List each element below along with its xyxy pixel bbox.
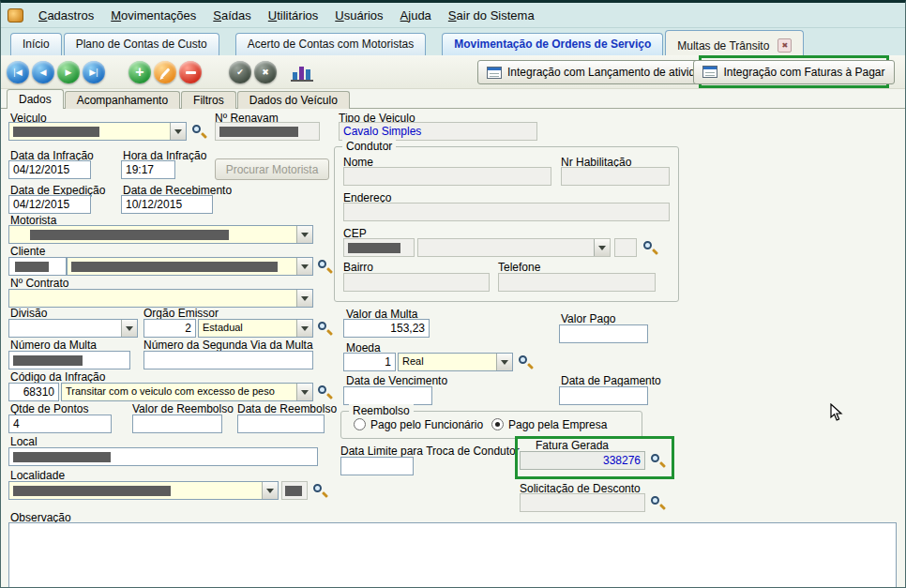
tab-movimentacao-de-ordens-de-servico[interactable]: Movimentação de Ordens de Serviço [442, 33, 663, 55]
dropdown-arrow[interactable] [296, 290, 312, 307]
cancel-button[interactable]: ✖ [254, 61, 277, 83]
data-vencimento-field[interactable] [343, 386, 432, 405]
hora-infracao-field[interactable]: 19:17 [121, 160, 175, 179]
menu-utilitarios[interactable]: Utilitários [260, 5, 326, 26]
menu-ajuda[interactable]: Ajuda [392, 5, 440, 26]
data-pagamento-field[interactable] [559, 386, 648, 405]
integracao-lancamento-atividades-button[interactable]: Integração com Lançamento de atividades [477, 60, 729, 84]
veiculo-search-icon[interactable] [191, 124, 207, 140]
cliente-code-field[interactable] [8, 257, 67, 276]
divisao-label: Divisão [10, 307, 47, 320]
tab-plano-de-contas-de-custo[interactable]: Plano de Contas de Custo [64, 33, 219, 55]
qtde-pontos-field[interactable]: 4 [8, 415, 112, 433]
integracao-faturas-pagar-button[interactable]: Integração com Faturas à Pagar [693, 60, 894, 84]
orgao-emissor-search-icon[interactable] [317, 321, 333, 337]
procurar-motorista-button[interactable]: Procurar Motorista [215, 158, 329, 180]
menu-cadastros[interactable]: Cadastros [30, 5, 102, 26]
numero-multa-field[interactable] [8, 351, 130, 369]
fatura-gerada-field[interactable]: 338276 [520, 451, 645, 470]
pago-empresa-radio[interactable] [491, 418, 504, 430]
solicitacao-desconto-search-icon[interactable] [650, 495, 666, 511]
tab-acerto-de-contas-com-motoristas[interactable]: Acerto de Contas com Motoristas [235, 33, 426, 55]
observacao-textarea[interactable] [8, 522, 897, 588]
data-recebimento-field[interactable]: 10/12/2015 [121, 195, 213, 214]
nav-first-button[interactable]: |◀ [7, 61, 29, 83]
cep-search-icon[interactable] [642, 240, 658, 256]
nav-prev-button[interactable]: ◀ [32, 61, 54, 83]
dropdown-arrow[interactable] [296, 384, 312, 400]
localidade-uf-field[interactable] [281, 481, 308, 500]
codigo-infracao-combobox[interactable]: Transitar com o veiculo com excesso de p… [61, 383, 313, 401]
dropdown-arrow[interactable] [121, 320, 137, 337]
tipo-veiculo-field[interactable]: Cavalo Simples [339, 122, 537, 141]
subtab-filtros[interactable]: Filtros [181, 91, 236, 109]
codigo-infracao-code-field[interactable]: 68310 [8, 383, 59, 401]
pago-funcionario-label: Pago pelo Funcionário [370, 418, 483, 431]
bairro-label: Bairro [343, 261, 373, 274]
subtab-dados[interactable]: Dados [7, 89, 64, 109]
valor-reembolso-field[interactable] [132, 415, 222, 433]
redacted-value [13, 486, 171, 496]
dropdown-arrow[interactable] [170, 123, 186, 140]
dropdown-arrow[interactable] [594, 239, 610, 256]
renavam-field[interactable] [215, 122, 320, 141]
delete-button[interactable] [179, 61, 202, 83]
moeda-combobox[interactable]: Real [398, 353, 513, 371]
nav-next-button[interactable]: ▶ [57, 61, 80, 83]
menu-sair-do-sistema[interactable]: Sair do Sistema [440, 5, 543, 26]
nav-last-button[interactable]: ▶| [83, 61, 105, 83]
combo-value: Real [402, 355, 424, 367]
moeda-code-field[interactable]: 1 [343, 353, 396, 371]
menu-usuarios[interactable]: Usuários [326, 5, 391, 26]
segunda-via-field[interactable] [143, 351, 313, 369]
motorista-combobox[interactable] [8, 225, 313, 244]
valor-pago-field[interactable] [559, 324, 648, 343]
habilitacao-field[interactable] [561, 167, 670, 186]
cep-uf-field[interactable] [614, 238, 637, 257]
codigo-infracao-search-icon[interactable] [317, 384, 333, 400]
endereco-field[interactable] [343, 203, 670, 221]
data-limite-field[interactable] [340, 457, 414, 475]
cep-city-combobox[interactable] [417, 238, 611, 257]
tab-inicio[interactable]: Início [10, 33, 62, 55]
data-expedicao-field[interactable]: 04/12/2015 [8, 195, 91, 214]
menu-saidas[interactable]: Saídas [204, 5, 259, 26]
orgao-emissor-code-field[interactable]: 2 [143, 319, 196, 338]
tab-multas-de-transito[interactable]: Multas de Trânsito ✖ [665, 30, 804, 55]
dropdown-arrow[interactable] [262, 482, 278, 499]
veiculo-combobox[interactable] [8, 122, 187, 141]
solicitacao-desconto-field[interactable] [520, 493, 645, 512]
subtab-acompanhamento[interactable]: Acompanhamento [65, 91, 180, 109]
cliente-search-icon[interactable] [317, 259, 333, 275]
subtab-dados-do-veiculo[interactable]: Dados do Veículo [237, 91, 350, 109]
redacted-value [30, 230, 229, 240]
confirm-button[interactable]: ✔ [229, 61, 251, 83]
fatura-gerada-search-icon[interactable] [650, 453, 666, 469]
chart-icon[interactable] [290, 63, 314, 83]
pago-funcionario-radio[interactable] [354, 418, 366, 430]
valor-multa-field[interactable]: 153,23 [343, 319, 430, 338]
menu-movimentacoes[interactable]: Movimentações [102, 5, 204, 26]
orgao-emissor-combobox[interactable]: Estadual [198, 319, 313, 338]
divisao-combobox[interactable] [8, 319, 138, 338]
bairro-field[interactable] [343, 273, 490, 292]
telefone-field[interactable] [498, 273, 656, 292]
dropdown-arrow[interactable] [296, 258, 312, 275]
cep-field[interactable] [343, 238, 415, 257]
nome-field[interactable] [343, 167, 551, 186]
dropdown-arrow[interactable] [496, 354, 512, 370]
add-button[interactable]: + [128, 61, 151, 83]
cliente-combobox[interactable] [67, 257, 313, 276]
contrato-combobox[interactable] [8, 289, 313, 308]
localidade-combobox[interactable] [8, 481, 279, 500]
tab-close-icon[interactable]: ✖ [778, 38, 792, 53]
dropdown-arrow[interactable] [296, 320, 312, 337]
moeda-search-icon[interactable] [518, 354, 534, 370]
edit-button[interactable] [154, 61, 176, 83]
tab-bar: Início Plano de Contas de Custo Acerto d… [1, 28, 905, 55]
localidade-search-icon[interactable] [312, 483, 328, 499]
data-reembolso-field[interactable] [237, 415, 325, 433]
dropdown-arrow[interactable] [296, 226, 312, 243]
data-infracao-field[interactable]: 04/12/2015 [8, 160, 91, 179]
local-field[interactable] [8, 447, 318, 466]
